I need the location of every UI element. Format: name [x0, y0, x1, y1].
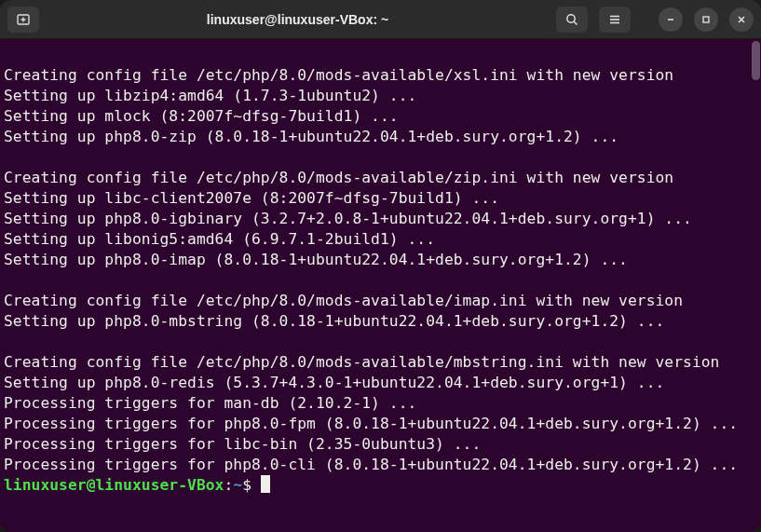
maximize-button[interactable] — [694, 7, 718, 32]
close-button[interactable] — [729, 7, 754, 32]
terminal-output: Creating config file /etc/php/8.0/mods-a… — [4, 45, 757, 496]
menu-button[interactable] — [599, 7, 631, 33]
window-title: linuxuser@linuxuser-VBox: ~ — [47, 12, 549, 27]
window-controls — [659, 7, 754, 32]
scrollbar-thumb[interactable] — [752, 41, 760, 80]
terminal-window: linuxuser@linuxuser-VBox: ~ — [0, 0, 761, 532]
prompt: linuxuser@linuxuser-VBox:~$ — [4, 476, 270, 494]
cursor — [261, 475, 270, 493]
search-button[interactable] — [556, 7, 588, 33]
svg-line-4 — [574, 21, 577, 24]
right-button-group — [556, 7, 754, 33]
prompt-path: ~ — [233, 476, 242, 494]
svg-point-3 — [567, 14, 575, 21]
terminal-body[interactable]: Creating config file /etc/php/8.0/mods-a… — [0, 39, 761, 532]
titlebar: linuxuser@linuxuser-VBox: ~ — [0, 0, 761, 39]
prompt-userhost: linuxuser@linuxuser-VBox — [4, 476, 224, 494]
prompt-colon: : — [224, 476, 233, 494]
new-tab-button[interactable] — [7, 7, 39, 33]
prompt-dollar: $ — [242, 476, 251, 494]
svg-rect-9 — [703, 17, 709, 22]
minimize-button[interactable] — [659, 7, 683, 32]
